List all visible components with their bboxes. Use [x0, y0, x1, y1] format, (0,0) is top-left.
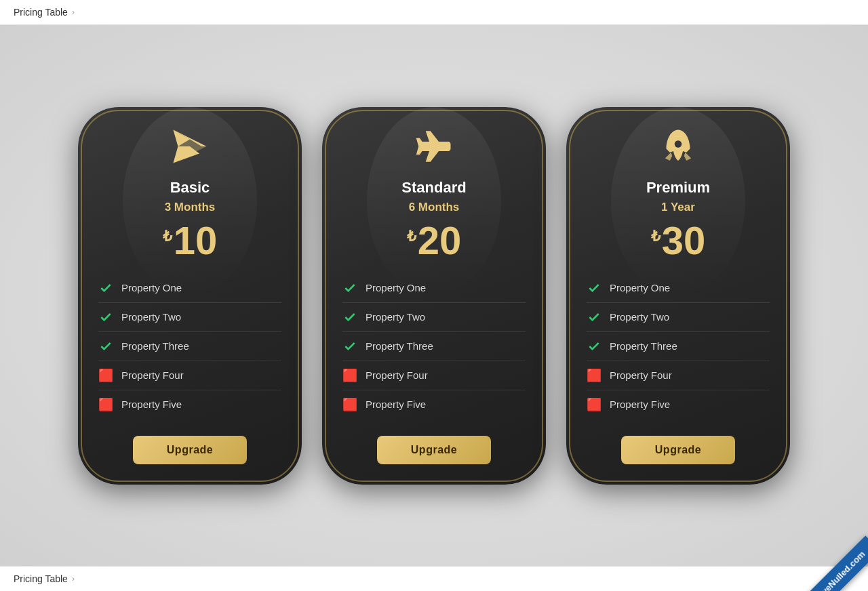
- cross-icon-standard-4: 🟥: [342, 397, 357, 412]
- feature-label: Property Five: [121, 399, 182, 410]
- feature-item-premium-0: Property One: [587, 274, 770, 303]
- check-icon-basic-2: [98, 339, 113, 354]
- feature-label: Property One: [610, 282, 670, 293]
- upgrade-button-premium[interactable]: Upgrade: [621, 436, 735, 464]
- feature-item-standard-2: Property Three: [342, 332, 526, 361]
- cross-icon-premium-4: 🟥: [587, 397, 601, 412]
- upgrade-button-standard[interactable]: Upgrade: [377, 436, 491, 464]
- bottom-breadcrumb-arrow: ›: [72, 574, 75, 584]
- check-icon-premium-2: [587, 339, 601, 354]
- check-icon-standard-0: [342, 281, 357, 296]
- feature-item-premium-1: Property Two: [587, 303, 770, 332]
- card-price-premium: ₺ 30: [651, 221, 706, 260]
- feature-item-premium-4: 🟥 Property Five: [587, 390, 770, 419]
- check-icon-standard-2: [342, 339, 357, 354]
- card-period-basic: 3 Months: [165, 201, 216, 214]
- upgrade-button-basic[interactable]: Upgrade: [133, 436, 247, 464]
- feature-label: Property Three: [610, 340, 677, 352]
- feature-item-standard-0: Property One: [342, 274, 526, 303]
- feature-label: Property One: [121, 282, 182, 293]
- pricing-card-basic: Basic 3 Months ₺ 10 Property One Propert…: [78, 107, 302, 485]
- price-currency-premium: ₺: [651, 228, 660, 245]
- price-amount-standard: 20: [418, 221, 462, 260]
- feature-label: Property Three: [121, 340, 189, 352]
- pricing-cards-container: Basic 3 Months ₺ 10 Property One Propert…: [78, 107, 790, 485]
- feature-label: Property Three: [366, 340, 433, 352]
- card-period-premium: 1 Year: [661, 201, 695, 214]
- breadcrumb-arrow: ›: [72, 7, 75, 17]
- feature-label: Property Four: [121, 369, 184, 381]
- feature-item-standard-1: Property Two: [342, 303, 526, 332]
- card-title-basic: Basic: [170, 179, 210, 197]
- card-price-basic: ₺ 10: [163, 221, 218, 260]
- feature-item-basic-0: Property One: [98, 274, 281, 303]
- feature-item-standard-4: 🟥 Property Five: [342, 390, 526, 419]
- feature-label: Property One: [366, 282, 426, 293]
- plane-icon: [415, 127, 453, 171]
- cross-icon-basic-4: 🟥: [98, 397, 113, 412]
- check-icon-basic-1: [98, 310, 113, 325]
- main-content: Basic 3 Months ₺ 10 Property One Propert…: [0, 25, 868, 566]
- feature-item-basic-1: Property Two: [98, 303, 281, 332]
- pricing-card-standard: Standard 6 Months ₺ 20 Property One Prop…: [322, 107, 546, 485]
- price-currency-basic: ₺: [163, 228, 172, 245]
- price-amount-premium: 30: [662, 221, 706, 260]
- feature-label: Property Four: [366, 369, 428, 381]
- feature-label: Property Two: [121, 311, 181, 323]
- card-price-standard: ₺ 20: [407, 221, 462, 260]
- rocket-icon: [659, 127, 697, 171]
- paper-plane-icon: [171, 127, 209, 171]
- price-amount-basic: 10: [174, 221, 218, 260]
- check-icon-premium-1: [587, 310, 601, 325]
- check-icon-basic-0: [98, 281, 113, 296]
- cross-icon-premium-3: 🟥: [587, 368, 601, 383]
- top-breadcrumb-bar: Pricing Table ›: [0, 0, 868, 25]
- features-list-premium: Property One Property Two Property Three…: [587, 274, 770, 419]
- feature-item-basic-3: 🟥 Property Four: [98, 361, 281, 390]
- feature-label: Property Two: [366, 311, 425, 323]
- feature-item-basic-2: Property Three: [98, 332, 281, 361]
- card-title-premium: Premium: [646, 179, 710, 197]
- check-icon-standard-1: [342, 310, 357, 325]
- feature-item-standard-3: 🟥 Property Four: [342, 361, 526, 390]
- features-list-standard: Property One Property Two Property Three…: [342, 274, 526, 419]
- cross-icon-basic-3: 🟥: [98, 368, 113, 383]
- bottom-breadcrumb-label[interactable]: Pricing Table: [14, 573, 68, 584]
- svg-point-0: [675, 140, 682, 148]
- feature-label: Property Four: [610, 369, 672, 381]
- feature-item-premium-3: 🟥 Property Four: [587, 361, 770, 390]
- feature-label: Property Five: [366, 399, 426, 410]
- feature-label: Property Five: [610, 399, 670, 410]
- check-icon-premium-0: [587, 281, 601, 296]
- feature-item-basic-4: 🟥 Property Five: [98, 390, 281, 419]
- pricing-card-premium: Premium 1 Year ₺ 30 Property One Propert…: [566, 107, 790, 485]
- breadcrumb-label[interactable]: Pricing Table: [14, 7, 68, 18]
- card-title-standard: Standard: [401, 179, 466, 197]
- cross-icon-standard-3: 🟥: [342, 368, 357, 383]
- bottom-breadcrumb-bar: Pricing Table ›: [0, 566, 868, 591]
- card-period-standard: 6 Months: [409, 201, 460, 214]
- features-list-basic: Property One Property Two Property Three…: [98, 274, 281, 419]
- price-currency-standard: ₺: [407, 228, 416, 245]
- feature-item-premium-2: Property Three: [587, 332, 770, 361]
- feature-label: Property Two: [610, 311, 669, 323]
